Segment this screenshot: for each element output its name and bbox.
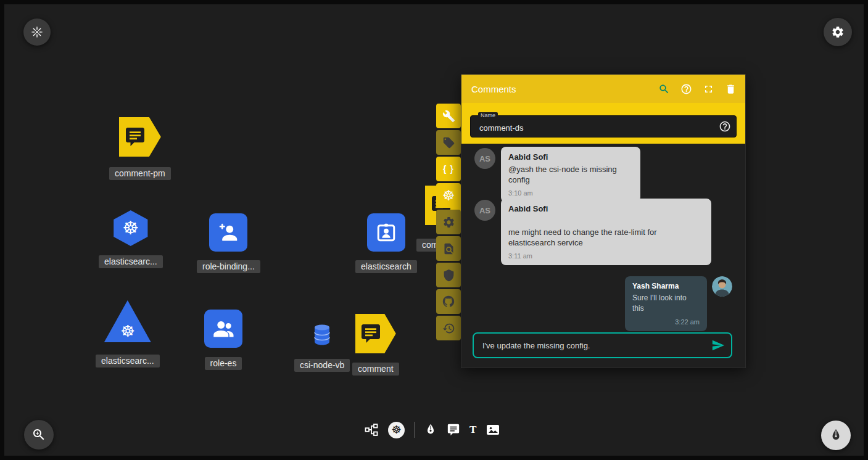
- node-label: role-binding...: [197, 260, 260, 273]
- history-icon: [442, 322, 455, 335]
- square-shape[interactable]: [204, 310, 242, 348]
- toolbar-tag-button[interactable]: [436, 130, 461, 155]
- kubernetes-icon: ☸: [388, 422, 405, 438]
- name-help-button[interactable]: [719, 120, 731, 134]
- kubernetes-icon: ☸: [122, 219, 139, 237]
- comment-input-bar[interactable]: [473, 332, 732, 358]
- gear-icon: [831, 25, 845, 39]
- toolbar-history-button[interactable]: [436, 316, 461, 340]
- name-input[interactable]: [471, 121, 736, 133]
- text-icon: T: [469, 424, 476, 436]
- node-label: role-es: [205, 357, 242, 370]
- send-icon: [711, 339, 725, 352]
- help-icon: [719, 120, 731, 133]
- node-label: comment-pm: [109, 167, 171, 180]
- dock-kubernetes-button[interactable]: ☸: [388, 422, 405, 438]
- node-comment[interactable]: comment: [352, 314, 399, 376]
- canvas[interactable]: comment-pm ☸ elasticsearc... role-bindin…: [0, 0, 868, 460]
- node-label: elasticsearch: [355, 260, 417, 273]
- kubernetes-icon: ☸: [120, 323, 134, 339]
- pen-nib-icon: [829, 428, 843, 443]
- dock-shapes-button[interactable]: [424, 423, 437, 437]
- node-label: comment: [352, 363, 399, 376]
- message-text: me might need to change the rate-limit f…: [508, 227, 704, 248]
- name-field[interactable]: Name: [470, 115, 737, 138]
- shield-icon: [442, 269, 455, 282]
- send-button[interactable]: [711, 339, 725, 352]
- message-bubble: Yash Sharma Sure I'll look into this 3:2…: [625, 276, 707, 331]
- comment-shape[interactable]: [119, 117, 161, 157]
- square-shape[interactable]: [209, 213, 247, 252]
- fullscreen-icon: [703, 83, 714, 95]
- dock-hierarchy-button[interactable]: [364, 422, 379, 437]
- zoom-in-icon: [31, 427, 46, 442]
- storage-cylinder-icon[interactable]: [312, 324, 332, 346]
- node-role-es[interactable]: role-es: [204, 310, 242, 370]
- dock-comment-button[interactable]: [447, 423, 460, 437]
- message-author: Yash Sharma: [632, 282, 700, 290]
- node-label: elasticsearc...: [99, 255, 163, 268]
- zoom-button[interactable]: [24, 420, 54, 450]
- toolbar-github-button[interactable]: [436, 289, 461, 314]
- wrench-icon: [442, 110, 455, 123]
- triangle-shape[interactable]: ☸: [104, 300, 151, 342]
- user-photo: [712, 276, 732, 297]
- gear-icon: [442, 216, 455, 229]
- settings-button[interactable]: [824, 18, 852, 46]
- braces-icon: { }: [443, 164, 454, 174]
- dock-divider: [414, 422, 415, 438]
- name-section: Name: [461, 103, 745, 144]
- comment-icon: [447, 423, 460, 437]
- comment-icon: [360, 322, 382, 345]
- message-bubble: Aabid Sofi me might need to change the r…: [501, 199, 711, 265]
- dock-media-button[interactable]: [486, 422, 500, 437]
- app-logo-button[interactable]: [23, 18, 51, 46]
- node-label: elasticsearc...: [96, 355, 160, 368]
- toolbar-doc-search-button[interactable]: [436, 236, 461, 261]
- toolbar-wrench-button[interactable]: [436, 104, 461, 128]
- doc-search-icon: [442, 242, 455, 255]
- people-icon: [212, 318, 234, 340]
- node-csi-node-vb[interactable]: csi-node-vb: [294, 324, 350, 372]
- bottom-dock: ☸ T: [364, 419, 500, 441]
- toolbar-kubernetes-button[interactable]: ☸: [436, 183, 461, 208]
- node-elasticsearch[interactable]: elasticsearch: [355, 213, 417, 273]
- message-time: 3:10 am: [508, 189, 633, 197]
- comments-panel-header: Comments: [461, 75, 745, 103]
- avatar: AS: [474, 148, 495, 169]
- message-time: 3:22 am: [632, 318, 700, 326]
- comment-input[interactable]: [481, 340, 711, 351]
- toolbar-shield-button[interactable]: [436, 263, 461, 287]
- node-elasticsearch-hexagon[interactable]: ☸ elasticsearc...: [99, 210, 163, 268]
- node-elasticsearch-triangle[interactable]: ☸ elasticsearc...: [96, 300, 160, 368]
- person-add-icon: [217, 221, 239, 244]
- square-shape[interactable]: [367, 213, 405, 252]
- kanvas-flower-icon: [30, 25, 44, 39]
- pen-tool-button[interactable]: [821, 421, 851, 450]
- message-time: 3:11 am: [508, 252, 704, 260]
- message-author: Aabid Sofi: [508, 204, 704, 213]
- badge-person-icon: [375, 221, 397, 244]
- avatar: AS: [474, 200, 495, 221]
- comments-help-button[interactable]: [680, 83, 692, 95]
- toolbar-settings-button[interactable]: [436, 210, 461, 234]
- node-role-binding[interactable]: role-binding...: [197, 213, 260, 273]
- toolbar-braces-button[interactable]: { }: [436, 157, 461, 181]
- comments-fullscreen-button[interactable]: [703, 83, 714, 95]
- shapes-icon: [424, 423, 437, 437]
- kubernetes-icon: ☸: [442, 189, 455, 203]
- message-text: Sure I'll look into this: [632, 293, 700, 314]
- delete-icon: [725, 83, 737, 95]
- node-label: csi-node-vb: [294, 359, 350, 372]
- comments-delete-button[interactable]: [725, 83, 737, 95]
- panel-title: Comments: [471, 84, 658, 94]
- comment-shape[interactable]: [355, 314, 396, 353]
- message-bubble: Aabid Sofi @yash the csi-node is missing…: [501, 147, 640, 202]
- dock-text-button[interactable]: T: [469, 424, 476, 436]
- search-icon: [658, 83, 670, 95]
- hexagon-shape[interactable]: ☸: [112, 210, 149, 246]
- comments-search-button[interactable]: [658, 83, 670, 95]
- node-comment-pm[interactable]: comment-pm: [109, 117, 171, 180]
- message-text: @yash the csi-node is missing config: [508, 164, 633, 185]
- hierarchy-icon: [364, 422, 379, 437]
